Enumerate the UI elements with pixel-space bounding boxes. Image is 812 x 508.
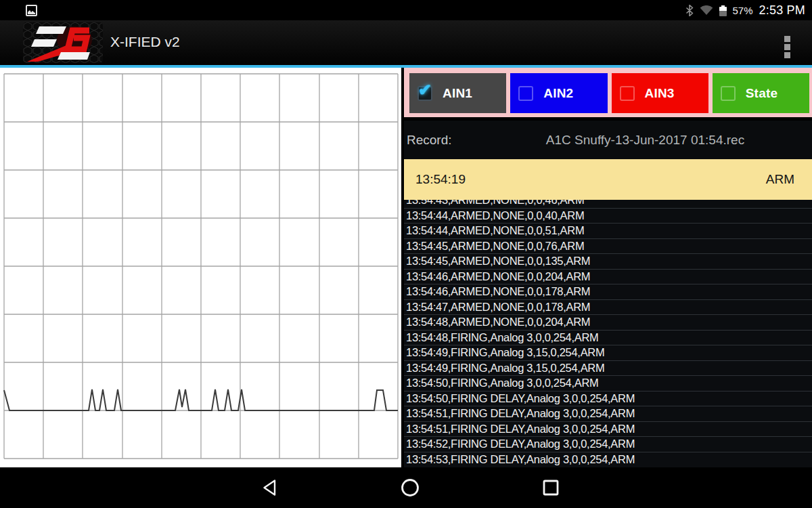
back-icon — [263, 479, 277, 496]
screen: 57% 2:53 PM X-IFIED v2 — [0, 0, 812, 508]
status-icons: 57% 2:53 PM — [685, 0, 805, 20]
log-row[interactable]: 13:54:49,FIRING,Analog 3,15,0,254,ARM — [404, 360, 812, 376]
channel-label: AIN1 — [443, 86, 472, 101]
home-button[interactable] — [390, 467, 430, 508]
playback-status-row: 13:54:19 ARM — [404, 159, 812, 200]
log-row[interactable]: 13:54:44,ARMED,NONE,0,0,51,ARM — [404, 223, 812, 238]
recents-button[interactable] — [531, 467, 571, 508]
log-row[interactable]: 13:54:50,FIRING,Analog 3,0,0,254,ARM — [404, 375, 812, 391]
log-row[interactable]: 13:54:51,FIRING DELAY,Analog 3,0,0,254,A… — [404, 421, 812, 437]
back-button[interactable] — [250, 467, 290, 508]
checkbox-state: ✔ — [721, 86, 736, 101]
channel-tile-ain1[interactable]: ✔ AIN1 — [409, 73, 506, 113]
playback-state: ARM — [766, 172, 794, 187]
checkbox-ain2: ✔ — [518, 86, 533, 101]
right-panel: ✔ AIN1 ✔ AIN2 ✔ AIN3 ✔ State Record: A1C… — [404, 68, 812, 467]
signal-plot-svg — [0, 68, 401, 467]
log-row[interactable]: 13:54:49,FIRING,Analog 3,15,0,254,ARM — [404, 345, 812, 360]
android-nav-bar — [0, 467, 812, 508]
log-row[interactable]: 13:54:46,ARMED,NONE,0,0,204,ARM — [404, 269, 812, 284]
log-row[interactable]: 13:54:53,FIRING DELAY,Analog 3,0,0,254,A… — [404, 452, 812, 467]
channel-label: AIN2 — [543, 86, 573, 101]
record-filename: A1C Snuffy-13-Jun-2017 01:54.rec — [546, 133, 744, 148]
checkmark-icon: ✔ — [418, 81, 432, 100]
screenshot-notification-icon — [26, 5, 37, 16]
playback-time: 13:54:19 — [415, 172, 466, 187]
home-icon — [401, 478, 420, 497]
recents-icon — [543, 480, 559, 496]
channel-checkbox-strip: ✔ AIN1 ✔ AIN2 ✔ AIN3 ✔ State — [404, 68, 812, 117]
log-row[interactable]: 13:54:51,FIRING DELAY,Analog 3,0,0,254,A… — [404, 406, 812, 421]
status-clock: 2:53 PM — [759, 3, 805, 18]
signal-chart[interactable] — [0, 68, 401, 467]
checkbox-ain3: ✔ — [620, 86, 635, 101]
battery-icon — [719, 5, 727, 16]
log-row[interactable]: 13:54:43,ARMED,NONE,0,0,46,ARM — [404, 200, 812, 208]
log-row[interactable]: 13:54:48,ARMED,NONE,0,0,204,ARM — [404, 314, 812, 330]
log-row[interactable]: 13:54:45,ARMED,NONE,0,0,135,ARM — [404, 253, 812, 269]
log-row[interactable]: 13:54:48,FIRING,Analog 3,0,0,254,ARM — [404, 330, 812, 345]
app-bar: X-IFIED v2 — [0, 20, 812, 65]
channel-tile-state[interactable]: ✔ State — [713, 73, 809, 113]
wifi-icon — [700, 5, 713, 16]
record-label: Record: — [407, 133, 452, 148]
log-row[interactable]: 13:54:52,FIRING DELAY,Analog 3,0,0,254,A… — [404, 436, 812, 452]
app-title: X-IFIED v2 — [110, 34, 180, 50]
log-row[interactable]: 13:54:44,ARMED,NONE,0,0,40,ARM — [404, 208, 812, 224]
battery-percent: 57% — [733, 5, 753, 16]
log-row[interactable]: 13:54:45,ARMED,NONE,0,0,76,ARM — [404, 238, 812, 254]
channel-label: State — [746, 86, 777, 101]
overflow-menu-icon[interactable] — [784, 36, 790, 58]
channel-tile-ain3[interactable]: ✔ AIN3 — [612, 73, 708, 113]
record-bar[interactable]: Record: A1C Snuffy-13-Jun-2017 01:54.rec — [404, 121, 812, 159]
channel-label: AIN3 — [645, 86, 675, 101]
log-list[interactable]: 13:54:43,ARMED,NONE,0,0,46,ARM 13:54:44,… — [404, 200, 812, 467]
log-row[interactable]: 13:54:50,FIRING DELAY,Analog 3,0,0,254,A… — [404, 391, 812, 406]
log-row[interactable]: 13:54:47,ARMED,NONE,0,0,178,ARM — [404, 299, 812, 315]
app-logo — [23, 22, 103, 63]
checkbox-ain1: ✔ — [418, 86, 432, 101]
status-bar: 57% 2:53 PM — [0, 0, 812, 20]
log-row[interactable]: 13:54:46,ARMED,NONE,0,0,178,ARM — [404, 284, 812, 299]
channel-tile-ain2[interactable]: ✔ AIN2 — [510, 73, 607, 113]
bluetooth-icon — [685, 5, 694, 16]
